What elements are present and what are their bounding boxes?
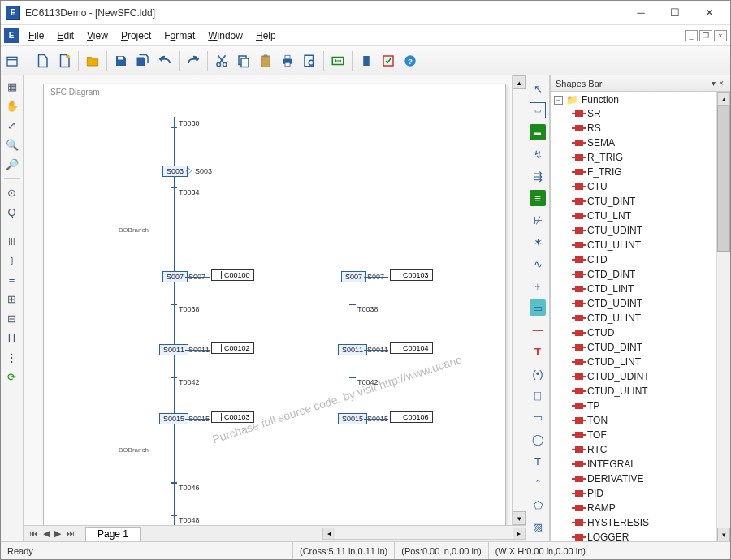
shape-item[interactable]: F_TRIG [575,165,730,179]
action-box[interactable]: C00102 [211,342,254,354]
next-page-button[interactable]: ▶ [52,528,63,539]
maximize-button[interactable]: ☐ [659,2,691,24]
rect-icon[interactable]: ▭ [530,409,546,425]
copy-button[interactable] [233,50,254,71]
shape-item[interactable]: HYSTERESIS [575,515,730,530]
pointer-icon[interactable]: ↖ [530,80,546,97]
shape-item[interactable]: CTD_ULINT [575,311,730,325]
step[interactable]: S007 [341,271,366,282]
shape-item[interactable]: CTD_UDINT [575,296,730,311]
pan-icon[interactable]: ✋ [5,98,19,113]
first-page-button[interactable]: ⏮ [27,528,41,539]
canvas[interactable]: SFC Diagram Purchase full source code, b… [24,75,512,525]
menu-format[interactable]: Format [158,28,201,43]
last-page-button[interactable]: ⏭ [63,528,77,539]
step-tool-icon[interactable]: ▭ [530,102,546,118]
shape-item[interactable]: TOF [575,428,730,442]
new-page-button[interactable] [54,50,75,71]
shape-item[interactable]: TON [575,413,730,428]
shape-item[interactable]: CTUD_UDINT [575,369,730,384]
shape-item[interactable]: SR [575,106,730,121]
shape-item[interactable]: CTU [575,179,730,194]
tree-root-label[interactable]: Function [582,94,619,106]
action-box[interactable]: C00104 [390,342,433,354]
zoom-in-icon[interactable]: 🔍 [5,137,19,152]
paste-button[interactable] [255,50,276,71]
menu-help[interactable]: Help [249,28,283,43]
mdi-close-button[interactable]: × [714,30,727,41]
shape-item[interactable]: CTUD_ULINT [575,384,730,398]
tab-page-1[interactable]: Page 1 [85,527,141,541]
shape-item[interactable]: RS [575,121,730,136]
shape-item[interactable]: LOGGER [575,530,730,541]
transition[interactable] [349,304,356,305]
help-button[interactable]: ? [400,50,421,71]
step[interactable]: S0015 [159,413,188,424]
poly-icon[interactable]: ⬠ [530,497,546,513]
step[interactable]: S007 [162,271,188,282]
shapes-tree[interactable]: − 📁 Function SRRSSEMAR_TRIGF_TRIGCTUCTU_… [551,92,730,541]
text-tool-icon[interactable]: T [530,343,546,360]
wave-icon[interactable]: ∿ [530,256,546,272]
align-v-icon[interactable]: ⫿ [5,252,19,267]
ungroup-icon[interactable]: ⊟ [5,311,19,325]
step[interactable]: S003 [162,166,188,177]
grid-icon[interactable]: ▦ [5,79,19,93]
print-preview-button[interactable] [299,50,320,71]
prev-page-button[interactable]: ◀ [41,528,52,539]
comment-icon[interactable]: ▭ [530,299,546,316]
panel-pin-button[interactable]: ▾ [710,79,717,88]
datetime-icon[interactable] [3,50,21,71]
shape-item[interactable]: RAMP [575,501,730,515]
line-tool-icon[interactable]: — [530,321,546,338]
scroll-down-button[interactable]: ▾ [717,528,730,541]
shapes-scrollbar[interactable]: ▴ ▾ [716,92,730,541]
close-button[interactable]: ✕ [693,2,725,24]
shape-item[interactable]: CTD [575,252,730,267]
zoom-fit-icon[interactable]: ⊙ [5,185,19,200]
zoom-100-icon[interactable]: Q [5,205,19,219]
transition[interactable] [171,515,177,516]
transition[interactable] [171,127,177,128]
mdi-minimize-button[interactable]: _ [685,30,698,41]
shape-item[interactable]: CTD_LINT [575,282,730,296]
shape-item[interactable]: SEMA [575,136,730,150]
zoom-area-icon[interactable]: ⤢ [5,118,19,132]
tree-collapse-button[interactable]: − [554,96,563,105]
jump-tool-icon[interactable]: ≡ [530,190,546,206]
refresh-icon[interactable]: ⟳ [5,369,19,384]
new-file-button[interactable] [32,50,53,71]
shape-item[interactable]: CTU_LNT [575,209,730,223]
shape-item[interactable]: INTEGRAL [575,457,730,472]
cut-button[interactable] [211,50,232,71]
zoom-out-icon[interactable]: 🔎 [5,157,19,171]
group-icon[interactable]: ⊞ [5,291,19,306]
ellipse-icon[interactable]: ◯ [530,431,546,447]
scroll-up-button[interactable]: ▴ [513,75,526,89]
diagram-page[interactable]: SFC Diagram Purchase full source code, b… [43,84,506,525]
mdi-restore-button[interactable]: ❐ [699,30,712,41]
converge-icon[interactable]: ⊬ [530,212,546,228]
action-box[interactable]: C00106 [390,411,433,423]
link-tool-icon[interactable]: ↯ [530,146,546,162]
action-box[interactable]: C00103 [390,269,433,281]
shape-item[interactable]: RTC [575,442,730,457]
shape-item[interactable]: CTUD [575,325,730,340]
print-button[interactable] [277,50,298,71]
save-all-button[interactable] [132,50,154,71]
transition[interactable] [349,377,356,378]
shape-item[interactable]: R_TRIG [575,150,730,165]
shape-item[interactable]: CTUD_LINT [575,355,730,369]
shape-item[interactable]: TP [575,398,730,413]
action-box[interactable]: C00100 [211,269,254,281]
transition[interactable] [171,187,177,188]
step[interactable]: S0015 [338,413,367,424]
branch-tool-icon[interactable]: ⇶ [530,168,546,184]
menu-file[interactable]: File [22,28,50,43]
menu-window[interactable]: Window [201,28,249,43]
distribute-icon[interactable]: ≡ [5,272,19,286]
h-spacing-icon[interactable]: H [5,330,19,345]
bracket-icon[interactable]: ⎕ [530,387,546,403]
panel-close-button[interactable]: × [717,79,725,88]
horizontal-scrollbar[interactable]: ◂▸ [141,528,526,540]
